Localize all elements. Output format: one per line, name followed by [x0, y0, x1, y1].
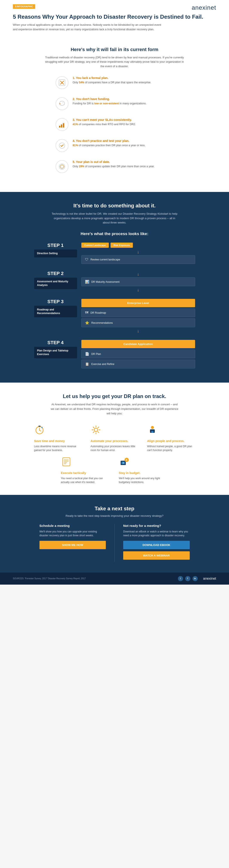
twitter-icon[interactable]: t: [178, 576, 183, 581]
cta-col2-desc: Download an eBook or watch a webinar to …: [123, 530, 190, 537]
benefit-title-4: Execute tactically: [61, 471, 110, 475]
step-4-item-2-label: Exercise and Refine: [91, 363, 115, 366]
reason-icon-3: [56, 118, 68, 131]
infographic-badge: ℹ INFOGRAPHIC: [13, 4, 35, 9]
svg-line-32: [93, 432, 94, 433]
cta-col1-heading: Schedule a meeting: [39, 524, 106, 527]
step-3-label-col: STEP 3 Roadmap and Recommendations: [34, 299, 77, 317]
svg-text:$: $: [126, 459, 127, 461]
star-icon: ⭐: [85, 321, 89, 325]
reason-desc-1: Only 54% of companies have a DR plan tha…: [73, 81, 151, 85]
reason-text-4: 4. You don't practice and test your plan…: [73, 139, 145, 155]
action-intro: Technology is not the silver bullet for …: [50, 212, 179, 225]
arrow-down-3: ↓: [81, 329, 195, 333]
svg-text:$: $: [123, 462, 124, 464]
step-1-num: STEP 1: [34, 243, 77, 248]
show-me-how-button[interactable]: SHOW ME HOW: [39, 541, 106, 549]
benefit-title-2: Automate your processes.: [91, 439, 138, 443]
page-title: 5 Reasons Why Your Approach to Disaster …: [13, 11, 216, 20]
reason-text-3: 3. You can't meet your SLAs consistently…: [73, 118, 136, 134]
reason-text-2: 2. You don't have funding. Funding for D…: [73, 97, 146, 113]
svg-point-20: [39, 430, 40, 431]
header-logo: anexinet: [192, 4, 216, 11]
header-subtitle: When your critical applications go down,…: [13, 23, 163, 32]
reason-item-4: 4. You don't practice and test your plan…: [56, 139, 174, 155]
step-2-row: STEP 2 Assessment and Maturity Analysis …: [34, 271, 195, 293]
arrow-down-2: ↓: [81, 272, 195, 277]
step-2-box: Assessment and Maturity Analysis: [34, 278, 77, 289]
step-1-tags: Current Landscape Risk Exposure: [81, 243, 195, 248]
reason-desc-5: Only 28% of companies update their DR pl…: [73, 164, 155, 168]
fail-intro: Traditional methods of disaster recovery…: [45, 55, 184, 69]
step-2-item-1-label: DR Maturity Assessment: [91, 280, 120, 283]
help-intro: At Anexinet, we understand that DR requi…: [50, 402, 179, 416]
plan-icon: 📄: [85, 352, 89, 356]
benefit-execute: Execute tactically You need a tactical p…: [61, 457, 110, 484]
benefit-title-3: Align people and process.: [147, 439, 195, 443]
step-4-row: STEP 4 Plan Design and Tabletop Exercise…: [34, 340, 195, 370]
cta-col2-heading: Not ready for a meeting?: [123, 524, 190, 527]
step-3-row: STEP 3 Roadmap and Recommendations Enter…: [34, 299, 195, 334]
watch-webinar-button[interactable]: WATCH A WEBINAR: [123, 551, 190, 560]
footer-social: t f in anexinet: [178, 576, 216, 581]
svg-line-29: [93, 427, 94, 428]
footer-logo: anexinet: [203, 577, 216, 581]
header: ℹ INFOGRAPHIC anexinet 5 Reasons Why You…: [0, 0, 229, 38]
facebook-icon[interactable]: f: [185, 576, 190, 581]
cta-col-2: Not ready for a meeting? Download an eBo…: [123, 524, 190, 562]
step-4-num: STEP 4: [34, 340, 77, 345]
step-2-num: STEP 2: [34, 271, 77, 276]
step-4-box: Plan Design and Tabletop Exercises: [34, 347, 77, 358]
reason-title-2: 2. You don't have funding.: [73, 97, 146, 101]
reason-title-3: 3. You can't meet your SLAs consistently…: [73, 118, 136, 122]
benefits-grid-bottom: Execute tactically You need a tactical p…: [61, 457, 168, 484]
clock-icon: $: [34, 425, 82, 437]
refine-icon: 📋: [85, 362, 89, 366]
step-2-content: ↓ 📊 DR Maturity Assessment ↓: [81, 271, 195, 293]
benefit-title-1: Save time and money: [34, 439, 82, 443]
benefits-grid: $ Save time and money Less downtime mean…: [34, 425, 195, 452]
reason-title-4: 4. You don't practice and test your plan…: [73, 139, 145, 143]
chart-icon: 📊: [85, 280, 89, 284]
footer: SOURCES: 'Forrester Survey, 2017 'Disast…: [0, 572, 229, 585]
svg-point-24: [94, 428, 98, 432]
shield-icon: 🛡: [85, 258, 89, 261]
benefit-desc-2: Automating your processes leaves little …: [91, 444, 138, 452]
step-4-item-1: 📄 DR Plan: [81, 349, 195, 358]
reason-icon-4: [56, 139, 68, 152]
action-heading: It's time to do something about it.: [17, 203, 212, 209]
step-1-item-1: 🛡 Review current landscape: [81, 255, 195, 264]
svg-point-3: [60, 101, 65, 105]
budget-icon: $$: [119, 457, 168, 469]
benefit-align: Align people and process. Without traine…: [147, 425, 195, 452]
step-3-item-1: 🗺 DR Roadmap: [81, 309, 195, 317]
help-heading: Let us help you get your DR plan on trac…: [17, 393, 212, 399]
svg-line-30: [98, 432, 99, 433]
step-4-candidate: Candidate Application: [81, 340, 195, 348]
section-action: It's time to do something about it. Tech…: [0, 192, 229, 382]
step-3-box: Roadmap and Recommendations: [34, 306, 77, 317]
step-3-item-2-label: Recommendations: [91, 321, 113, 324]
reason-text-1: 1. You lack a formal plan. Only 54% of c…: [73, 76, 151, 92]
step-3-item-2: ⭐ Recommendations: [81, 318, 195, 327]
cta-heading: Take a next step: [17, 505, 212, 512]
reason-icon-5: [56, 160, 68, 173]
reason-item-1: 1. You lack a formal plan. Only 54% of c…: [56, 76, 174, 92]
linkedin-icon[interactable]: in: [193, 576, 198, 581]
reason-item-5: 5. Your plan is out of date. Only 28% of…: [56, 160, 174, 176]
svg-line-31: [98, 427, 99, 428]
svg-point-12: [60, 165, 64, 168]
cta-col-1: Schedule a meeting We'll show you how yo…: [39, 524, 106, 562]
footer-sources: SOURCES: 'Forrester Survey, 2017 'Disast…: [13, 577, 86, 580]
reason-item-2: 2. You don't have funding. Funding for D…: [56, 97, 174, 113]
step-3-enterprise: Enterprise Level: [81, 299, 195, 307]
step-1-row: STEP 1 Direction Setting Current Landsca…: [34, 243, 195, 265]
step-1-content: Current Landscape Risk Exposure ↓ 🛡 Revi…: [81, 243, 195, 265]
step-3-item-1-label: DR Roadmap: [91, 311, 106, 314]
reason-item-3: 3. You can't meet your SLAs consistently…: [56, 118, 174, 134]
arrow-down-1: ↓: [81, 249, 195, 254]
svg-rect-7: [61, 125, 62, 127]
download-ebook-button[interactable]: DOWNLOAD EBOOK: [123, 541, 190, 549]
section-cta: Take a next step Ready to take the next …: [0, 495, 229, 572]
benefit-desc-5: We'll help you work around any tight bud…: [119, 476, 168, 484]
